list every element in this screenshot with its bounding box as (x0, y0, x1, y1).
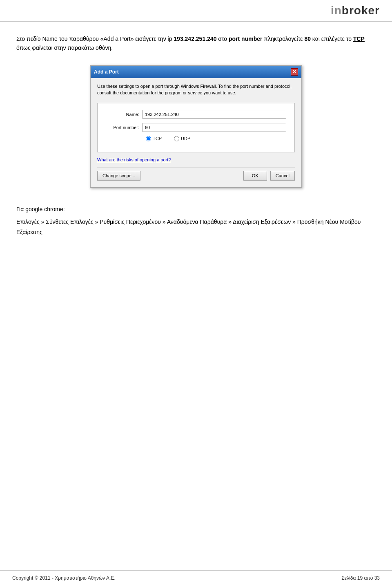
intro-line3: πληκτρολογείτε (262, 36, 304, 42)
intro-number: 80 (304, 36, 311, 42)
logo: inbroker (331, 4, 380, 17)
name-input[interactable] (143, 110, 286, 119)
tcp-option[interactable]: TCP (146, 136, 162, 141)
intro-tcp: TCP (353, 36, 365, 42)
greek-path: Επιλογές » Σύνθετες Επιλογές » Ρυθμίσεις… (16, 217, 376, 237)
cancel-button[interactable]: Cancel (270, 171, 295, 181)
intro-line4: και επιλέγετε το (311, 36, 353, 42)
dialog-wrapper: Add a Port ✕ Use these settings to open … (16, 65, 376, 188)
intro-line1: Στο πεδίο Name του παραθύρου «Add a Port… (16, 36, 174, 42)
name-row: Name: (106, 110, 286, 119)
protocol-row: TCP UDP (106, 136, 286, 141)
greek-section: Για google chrome: Επιλογές » Σύνθετες Ε… (16, 204, 376, 238)
dialog-description: Use these settings to open a port throug… (97, 83, 295, 96)
port-label: Port number: (106, 125, 143, 130)
dialog-form: Name: Port number: TCP (97, 103, 295, 152)
udp-option[interactable]: UDP (174, 136, 190, 141)
logo-in: in (331, 4, 342, 17)
udp-radio[interactable] (174, 136, 179, 141)
page-info: Σελίδα 19 από 33 (341, 575, 380, 581)
logo-broker: broker (342, 4, 380, 17)
dialog-titlebar: Add a Port ✕ (91, 66, 301, 78)
intro-port-label: port number (229, 36, 262, 42)
udp-label: UDP (181, 136, 190, 141)
dialog-close-button[interactable]: ✕ (291, 68, 298, 76)
name-label: Name: (106, 112, 143, 117)
intro-line2: στο (216, 36, 229, 42)
dialog-body: Use these settings to open a port throug… (91, 78, 301, 187)
add-port-dialog: Add a Port ✕ Use these settings to open … (90, 65, 302, 188)
dialog-title: Add a Port (94, 69, 119, 75)
page-header: inbroker (0, 0, 392, 22)
dialog-footer: Change scope... OK Cancel (97, 167, 295, 182)
page-footer: Copyright © 2011 - Χρηματιστήριο Αθηνών … (0, 570, 392, 585)
tcp-radio[interactable] (146, 136, 151, 141)
copyright: Copyright © 2011 - Χρηματιστήριο Αθηνών … (12, 575, 116, 581)
tcp-label: TCP (153, 136, 162, 141)
main-content: Στο πεδίο Name του παραθύρου «Add a Port… (0, 22, 392, 252)
ok-button[interactable]: OK (243, 171, 267, 181)
intro-paragraph: Στο πεδίο Name του παραθύρου «Add a Port… (16, 34, 376, 53)
change-scope-button[interactable]: Change scope... (97, 171, 140, 181)
greek-label: Για google chrome: (16, 204, 376, 214)
intro-line5: όπως φαίνεται στην παρακάτω οθόνη. (16, 45, 113, 51)
risks-link[interactable]: What are the risks of opening a port? (97, 157, 295, 162)
port-row: Port number: (106, 123, 286, 132)
port-input[interactable] (143, 123, 286, 132)
intro-ip: 193.242.251.240 (174, 36, 216, 42)
